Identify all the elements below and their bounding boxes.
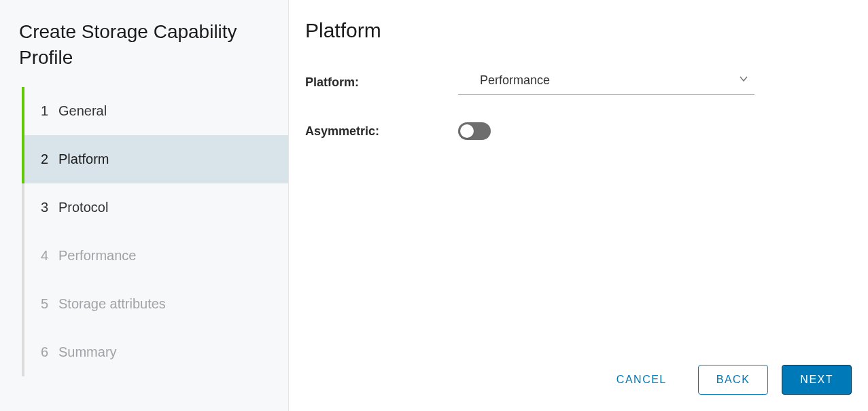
back-button[interactable]: BACK — [698, 365, 769, 395]
step-number: 2 — [41, 151, 54, 167]
step-number: 4 — [41, 248, 54, 264]
page-title: Platform — [305, 19, 852, 42]
step-storage-attributes[interactable]: 5 Storage attributes — [22, 280, 288, 328]
step-label: General — [58, 103, 107, 119]
step-number: 6 — [41, 344, 54, 360]
platform-select[interactable]: Performance — [458, 69, 754, 95]
step-protocol[interactable]: 3 Protocol — [22, 183, 288, 232]
step-label: Summary — [58, 344, 117, 360]
asymmetric-row: Asymmetric: — [305, 122, 852, 140]
step-number: 5 — [41, 296, 54, 312]
wizard-steps: 1 General 2 Platform 3 Protocol 4 Perfor… — [19, 87, 288, 376]
wizard-footer: CANCEL BACK NEXT — [305, 351, 852, 395]
step-number: 3 — [41, 200, 54, 215]
asymmetric-label: Asymmetric: — [305, 124, 458, 139]
wizard-container: Create Storage Capability Profile 1 Gene… — [0, 0, 868, 411]
wizard-title: Create Storage Capability Profile — [19, 19, 288, 71]
platform-select-value: Performance — [458, 69, 754, 95]
step-number: 1 — [41, 103, 54, 119]
step-general[interactable]: 1 General — [22, 87, 288, 135]
step-performance[interactable]: 4 Performance — [22, 232, 288, 280]
wizard-main: Platform Platform: Performance Asymmetri… — [289, 0, 868, 411]
step-label: Platform — [58, 151, 109, 167]
asymmetric-toggle[interactable] — [458, 122, 491, 140]
next-button[interactable]: NEXT — [782, 365, 852, 395]
platform-label: Platform: — [305, 75, 458, 90]
step-platform[interactable]: 2 Platform — [22, 135, 288, 183]
wizard-sidebar: Create Storage Capability Profile 1 Gene… — [0, 0, 289, 411]
step-label: Performance — [58, 248, 137, 264]
step-label: Storage attributes — [58, 296, 166, 312]
step-label: Protocol — [58, 200, 108, 215]
cancel-button[interactable]: CANCEL — [599, 365, 684, 394]
step-summary[interactable]: 6 Summary — [22, 328, 288, 376]
toggle-knob — [460, 124, 474, 138]
platform-row: Platform: Performance — [305, 69, 852, 95]
